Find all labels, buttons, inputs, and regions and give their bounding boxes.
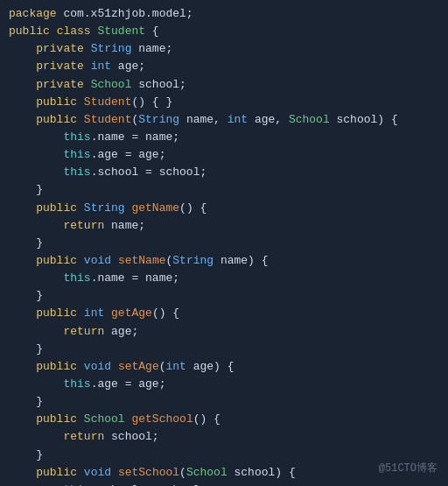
line-12: public String getName() { xyxy=(9,200,439,217)
watermark-label: @51CTO博客 xyxy=(379,461,438,477)
line-21: public void setAge(int age) { xyxy=(9,358,439,376)
line-15: public void setName(String name) { xyxy=(9,252,439,270)
line-23: } xyxy=(9,393,439,411)
line-19: return age; xyxy=(9,323,439,341)
code-viewer: package com.x51zhjob.model; public class… xyxy=(0,0,448,486)
line-17: } xyxy=(9,287,439,305)
line-9: this.age = age; xyxy=(9,146,439,164)
line-18: public int getAge() { xyxy=(9,305,439,322)
line-20: } xyxy=(9,341,439,358)
line-7: public Student(String name, int age, Sch… xyxy=(9,111,439,129)
line-28: this.school = school; xyxy=(9,482,439,486)
line-4: private int age; xyxy=(9,58,439,75)
line-3: private String name; xyxy=(9,40,439,58)
line-16: this.name = name; xyxy=(9,270,439,287)
line-25: return school; xyxy=(9,428,439,446)
line-27: public void setSchool(School school) { xyxy=(9,464,439,482)
line-2: public class Student { xyxy=(9,23,439,40)
line-26: } xyxy=(9,447,439,464)
line-13: return name; xyxy=(9,217,439,235)
line-10: this.school = school; xyxy=(9,164,439,181)
line-14: } xyxy=(9,235,439,252)
line-24: public School getSchool() { xyxy=(9,411,439,428)
line-11: } xyxy=(9,181,439,199)
line-8: this.name = name; xyxy=(9,129,439,146)
line-5: private School school; xyxy=(9,76,439,94)
line-1: package com.x51zhjob.model; xyxy=(9,5,439,23)
line-6: public Student() { } xyxy=(9,94,439,111)
line-22: this.age = age; xyxy=(9,376,439,393)
